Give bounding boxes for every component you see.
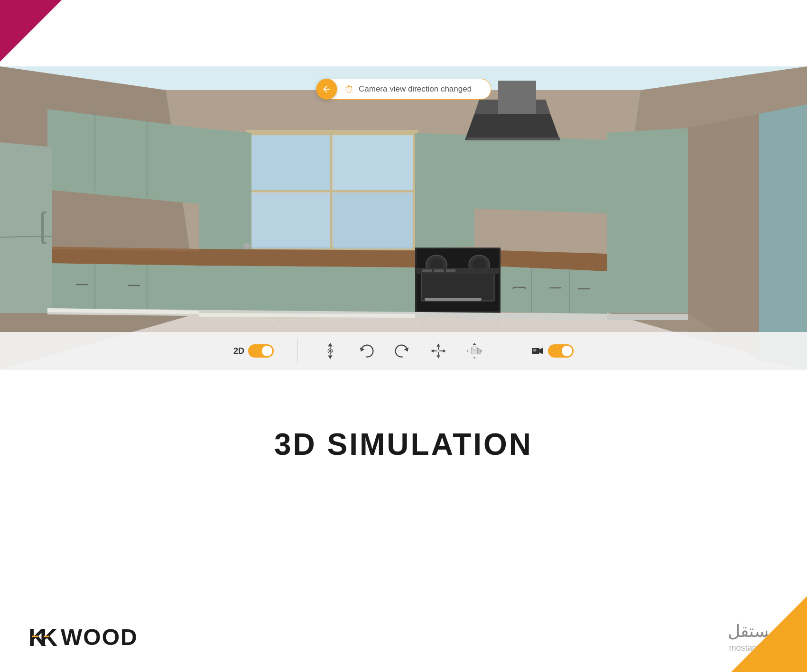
camera-icon (531, 346, 544, 356)
svg-rect-29 (251, 192, 330, 247)
kkwood-icon: K K (28, 623, 57, 652)
svg-marker-93 (0, 142, 52, 313)
svg-marker-121 (443, 349, 445, 352)
toggle-knob (262, 346, 272, 356)
svg-marker-123 (473, 343, 476, 345)
svg-text:K: K (40, 624, 57, 651)
svg-point-56 (243, 243, 250, 248)
bottom-section: 3D SIMULATION K K WOOD مستقل mostaql.com (0, 389, 807, 672)
svg-rect-77 (422, 269, 432, 272)
svg-rect-80 (425, 298, 482, 301)
elevation-control[interactable] (322, 342, 339, 359)
rotate-left-icon (358, 342, 375, 359)
svg-rect-28 (332, 135, 413, 190)
back-arrow-icon (321, 84, 332, 94)
svg-marker-98 (607, 128, 688, 313)
notification-message: Camera view direction changed (359, 84, 472, 94)
kkwood-logo: K K WOOD (28, 623, 138, 652)
pink-triangle-logo (0, 0, 62, 62)
orange-triangle-decoration (731, 596, 807, 672)
svg-marker-82 (501, 267, 607, 314)
svg-marker-117 (436, 355, 440, 358)
svg-rect-132 (533, 349, 537, 351)
rotate-right-control[interactable] (394, 342, 411, 359)
svg-marker-35 (474, 135, 607, 213)
rotate-right-icon (394, 342, 411, 359)
svg-marker-125 (466, 349, 468, 352)
svg-rect-79 (446, 269, 455, 272)
svg-marker-115 (436, 343, 440, 346)
svg-marker-39 (465, 114, 560, 140)
view-cube-icon (466, 342, 483, 359)
svg-rect-30 (332, 192, 413, 247)
back-button[interactable] (316, 79, 337, 100)
elevation-icon (322, 342, 339, 359)
notification-bar: ⏱ Camera view direction changed (316, 79, 491, 100)
svg-rect-42 (467, 138, 560, 140)
svg-marker-126 (481, 349, 482, 352)
2d-label: 2D (233, 346, 244, 356)
svg-marker-57 (199, 249, 415, 267)
separator-1 (297, 339, 298, 363)
svg-marker-124 (473, 357, 476, 359)
camera-toggle-knob (562, 346, 572, 356)
notification-pill: ⏱ Camera view direction changed (330, 79, 491, 100)
svg-marker-131 (539, 348, 543, 355)
svg-marker-58 (199, 266, 415, 314)
svg-marker-119 (431, 349, 434, 352)
svg-marker-45 (47, 263, 199, 313)
svg-rect-75 (422, 274, 493, 300)
svg-marker-104 (607, 314, 688, 320)
separator-2 (507, 339, 507, 363)
rotate-left-control[interactable] (358, 342, 375, 359)
clock-icon: ⏱ (344, 84, 354, 95)
kkwood-text: WOOD (61, 624, 138, 650)
svg-marker-33 (415, 133, 474, 249)
svg-marker-129 (478, 348, 481, 354)
view-cube-control[interactable] (466, 342, 483, 359)
camera-toggle-container (531, 344, 574, 358)
bottom-logos-bar: K K WOOD مستقل mostaql.com (0, 621, 807, 653)
viewer-container: ⏱ Camera view direction changed 2D (0, 66, 807, 370)
page-title: 3D SIMULATION (274, 427, 533, 462)
svg-rect-27 (251, 135, 330, 190)
pan-control[interactable] (430, 342, 447, 359)
svg-marker-108 (328, 343, 333, 346)
2d-toggle-container: 2D (233, 344, 274, 358)
toolbar: 2D (0, 332, 807, 370)
pan-icon (430, 342, 447, 359)
svg-rect-41 (498, 81, 536, 114)
svg-rect-78 (434, 269, 444, 272)
svg-marker-109 (328, 356, 333, 359)
svg-marker-102 (759, 104, 807, 370)
top-bar (0, 0, 807, 66)
camera-toggle-switch[interactable] (548, 344, 574, 358)
kitchen-scene (0, 66, 807, 370)
2d-toggle-switch[interactable] (248, 344, 274, 358)
